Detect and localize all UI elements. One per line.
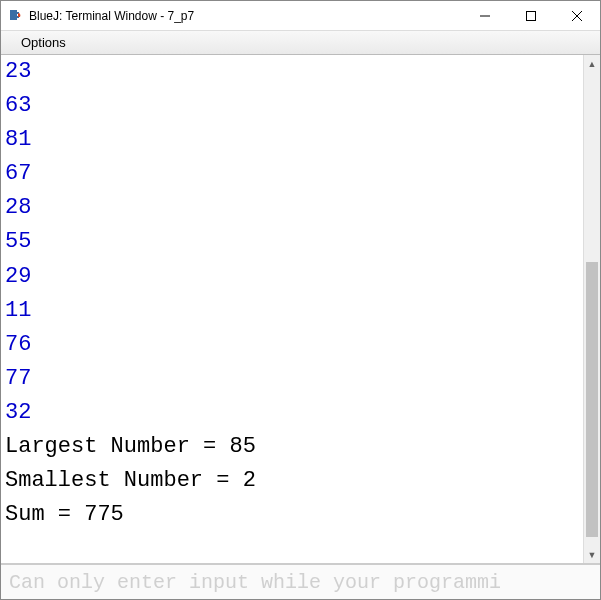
terminal-line-user: 29 — [5, 260, 596, 294]
scroll-down-icon[interactable]: ▼ — [584, 546, 600, 563]
maximize-button[interactable] — [508, 1, 554, 30]
terminal-line-system: Sum = 775 — [5, 498, 596, 532]
menu-options[interactable]: Options — [13, 33, 74, 52]
close-button[interactable] — [554, 1, 600, 30]
terminal-line-user: 23 — [5, 55, 596, 89]
input-placeholder: Can only enter input while your programm… — [9, 571, 501, 594]
app-icon — [7, 8, 23, 24]
terminal-line-user: 63 — [5, 89, 596, 123]
terminal-content[interactable]: 2363816728552911767732Largest Number = 8… — [1, 55, 600, 563]
terminal-area: 2363816728552911767732Largest Number = 8… — [1, 55, 600, 563]
window-title: BlueJ: Terminal Window - 7_p7 — [29, 9, 462, 23]
menubar: Options — [1, 31, 600, 55]
titlebar: BlueJ: Terminal Window - 7_p7 — [1, 1, 600, 31]
terminal-line-user: 55 — [5, 225, 596, 259]
terminal-line-user: 32 — [5, 396, 596, 430]
terminal-line-user: 81 — [5, 123, 596, 157]
svg-rect-1 — [527, 11, 536, 20]
input-bar[interactable]: Can only enter input while your programm… — [1, 563, 600, 599]
scrollbar-thumb[interactable] — [586, 262, 598, 537]
window-controls — [462, 1, 600, 30]
terminal-line-user: 76 — [5, 328, 596, 362]
terminal-line-user: 28 — [5, 191, 596, 225]
scrollbar-track[interactable] — [584, 72, 600, 546]
terminal-line-system: Smallest Number = 2 — [5, 464, 596, 498]
scrollbar[interactable]: ▲ ▼ — [583, 55, 600, 563]
terminal-line-user: 77 — [5, 362, 596, 396]
minimize-button[interactable] — [462, 1, 508, 30]
terminal-line-user: 11 — [5, 294, 596, 328]
terminal-line-user: 67 — [5, 157, 596, 191]
scroll-up-icon[interactable]: ▲ — [584, 55, 600, 72]
terminal-line-system: Largest Number = 85 — [5, 430, 596, 464]
